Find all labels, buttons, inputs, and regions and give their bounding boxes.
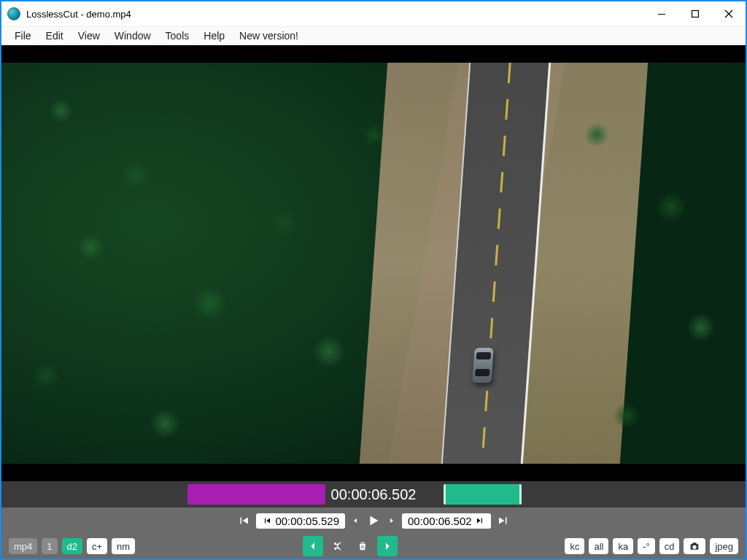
capture-button[interactable]	[684, 538, 705, 554]
app-icon	[7, 7, 20, 20]
titlebar: LosslessCut - demo.mp4	[1, 1, 746, 26]
trash-icon	[357, 540, 368, 552]
video-preview[interactable]	[1, 45, 746, 481]
jump-end-icon[interactable]	[497, 514, 510, 527]
segment-count-chip[interactable]: 1	[42, 538, 57, 554]
transport-bar: 00:00:05.529 00:00:06.502	[1, 508, 746, 534]
bottom-bar: mp4 1 d2 c+ nm kc all ka -° cd	[1, 534, 746, 559]
cut-end-time-field[interactable]: 00:00:06.502	[402, 513, 491, 529]
rotation-chip[interactable]: -°	[638, 538, 655, 554]
camera-icon	[689, 540, 700, 552]
maximize-button[interactable]	[678, 1, 712, 26]
nm-chip[interactable]: nm	[112, 538, 135, 554]
svg-rect-0	[658, 14, 665, 15]
maximize-icon	[691, 9, 700, 18]
segment-1[interactable]	[187, 484, 325, 505]
play-icon[interactable]	[365, 513, 382, 529]
cut-button[interactable]	[328, 536, 348, 556]
ka-chip[interactable]: ka	[613, 538, 633, 554]
all-chip[interactable]: all	[589, 538, 608, 554]
frame-forward-icon[interactable]	[387, 516, 396, 525]
menu-edit[interactable]: Edit	[39, 28, 71, 43]
set-cut-end-button[interactable]	[377, 536, 398, 556]
video-frame-image	[1, 63, 746, 464]
window-controls	[645, 1, 746, 26]
menu-help[interactable]: Help	[196, 28, 232, 43]
svg-rect-1	[692, 11, 699, 18]
menu-window[interactable]: Window	[107, 28, 158, 43]
d2-chip[interactable]: d2	[62, 538, 82, 554]
app-window: LosslessCut - demo.mp4 File Edit View Wi…	[0, 0, 747, 560]
chevron-right-icon	[382, 540, 393, 552]
capture-format-chip[interactable]: jpeg	[710, 538, 738, 554]
output-format-chip[interactable]: mp4	[9, 538, 37, 554]
menu-new-version[interactable]: New version!	[232, 28, 306, 43]
timeline-current-time: 00:00:06.502	[331, 486, 417, 503]
step-back-icon	[262, 516, 272, 526]
trees	[1, 63, 746, 464]
minimize-icon	[657, 9, 666, 18]
menu-view[interactable]: View	[71, 28, 107, 43]
segment-2-current[interactable]	[444, 484, 522, 505]
jump-start-icon[interactable]	[237, 514, 250, 527]
cut-start-time-value: 00:00:05.529	[275, 515, 339, 527]
cd-chip[interactable]: cd	[659, 538, 680, 554]
kc-chip[interactable]: kc	[565, 538, 584, 554]
close-icon	[724, 9, 733, 18]
menubar: File Edit View Window Tools Help New ver…	[1, 26, 746, 45]
delete-button[interactable]	[352, 536, 373, 556]
cut-start-time-field[interactable]: 00:00:05.529	[256, 513, 345, 529]
frame-back-icon[interactable]	[351, 516, 360, 525]
set-cut-start-button[interactable]	[303, 536, 323, 556]
cut-end-time-value: 00:00:06.502	[408, 515, 472, 527]
scissors-icon	[332, 540, 344, 552]
c-plus-chip[interactable]: c+	[87, 538, 107, 554]
close-button[interactable]	[712, 1, 746, 26]
timeline[interactable]: 00:00:06.502	[1, 481, 746, 508]
menu-tools[interactable]: Tools	[158, 28, 197, 43]
window-title: LosslessCut - demo.mp4	[26, 9, 131, 20]
minimize-button[interactable]	[645, 1, 678, 26]
step-forward-icon	[475, 516, 485, 526]
car	[472, 348, 493, 383]
menu-file[interactable]: File	[7, 28, 39, 43]
chevron-left-icon	[307, 540, 319, 552]
